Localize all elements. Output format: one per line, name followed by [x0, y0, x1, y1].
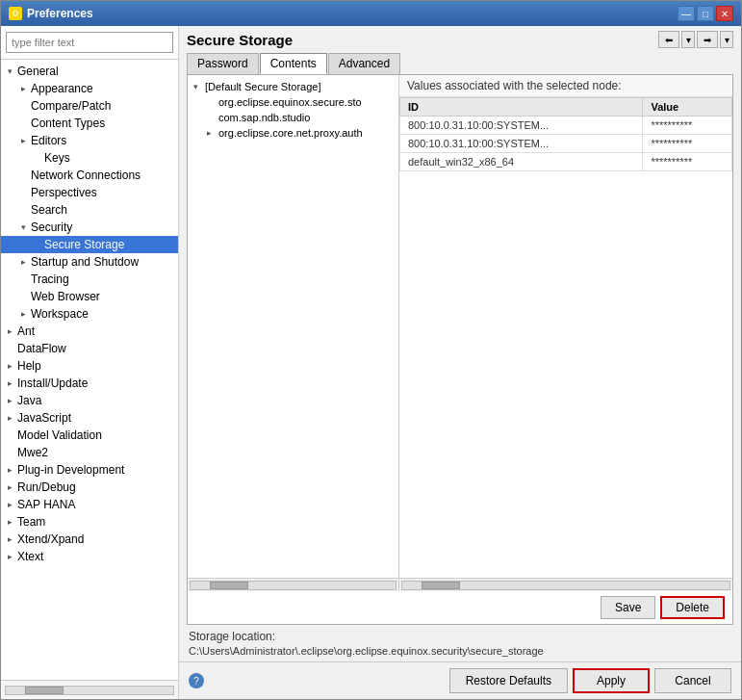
- sidebar-label-perspectives: Perspectives: [29, 186, 97, 199]
- tree-arrow-editors: [17, 136, 29, 145]
- sidebar-item-help[interactable]: Help: [1, 357, 178, 375]
- storage-item-default[interactable]: ▾[Default Secure Storage]: [190, 79, 397, 94]
- tree-arrow-workspace: [17, 309, 29, 319]
- cell-id-2: default_win32_x86_64: [400, 153, 643, 171]
- help-icon[interactable]: ?: [189, 673, 204, 688]
- sidebar-item-ant[interactable]: Ant: [1, 323, 178, 340]
- sidebar-item-run-debug[interactable]: Run/Debug: [1, 479, 178, 496]
- tree-arrow-xtend-xpand: [4, 534, 15, 544]
- delete-button[interactable]: Delete: [660, 596, 725, 619]
- table-row-0[interactable]: 800:10.0.31.10:00:SYSTEM...**********: [400, 117, 732, 135]
- tree-arrow-install-update: [4, 378, 15, 388]
- sidebar-item-general[interactable]: General: [1, 63, 178, 80]
- sidebar-item-mwe2[interactable]: Mwe2: [1, 444, 178, 461]
- sidebar-item-dataflow[interactable]: DataFlow: [1, 340, 178, 357]
- window-controls: — □ ✕: [678, 6, 733, 21]
- sidebar-item-appearance[interactable]: Appearance: [1, 80, 178, 97]
- sidebar-label-web-browser: Web Browser: [29, 290, 100, 303]
- storage-item-sap-ndb[interactable]: com.sap.ndb.studio: [190, 110, 397, 125]
- sidebar-item-web-browser[interactable]: Web Browser: [1, 288, 178, 305]
- sidebar-label-java: Java: [15, 394, 41, 407]
- sidebar-item-startup-shutdown[interactable]: Startup and Shutdow: [1, 253, 178, 271]
- sidebar-item-workspace[interactable]: Workspace: [1, 305, 178, 323]
- storage-scrollbar-thumb: [210, 582, 248, 589]
- back-button[interactable]: ⬅: [658, 31, 679, 48]
- app-icon: ⚙: [9, 7, 22, 20]
- stor-label-default: [Default Secure Storage]: [205, 81, 320, 92]
- sidebar-label-dataflow: DataFlow: [15, 342, 66, 355]
- values-h-scrollbar[interactable]: [401, 581, 730, 590]
- storage-tree-scrollbar: [188, 578, 398, 591]
- bottom-buttons: ? Restore Defaults Apply Cancel: [179, 661, 741, 699]
- sidebar-item-plugin-development[interactable]: Plug-in Development: [1, 461, 178, 479]
- sidebar-item-xtext[interactable]: Xtext: [1, 548, 178, 565]
- tree-arrow-security: [17, 222, 29, 232]
- sidebar-item-security[interactable]: Security: [1, 219, 178, 236]
- save-button[interactable]: Save: [601, 596, 655, 619]
- table-row-1[interactable]: 800:10.0.31.10:00:SYSTEM...**********: [400, 135, 732, 153]
- sidebar-item-network-connections[interactable]: Network Connections: [1, 167, 178, 184]
- table-row-2[interactable]: default_win32_x86_64**********: [400, 153, 732, 171]
- sidebar-horizontal-scrollbar[interactable]: [5, 686, 174, 695]
- sidebar-item-model-validation[interactable]: Model Validation: [1, 427, 178, 444]
- sidebar-item-content-types[interactable]: Content Types: [1, 115, 178, 132]
- cancel-button[interactable]: Cancel: [654, 668, 731, 693]
- sidebar-item-secure-storage[interactable]: Secure Storage: [1, 236, 178, 253]
- sidebar-item-sap-hana[interactable]: SAP HANA: [1, 496, 178, 513]
- sidebar-label-keys: Keys: [42, 151, 70, 165]
- stor-label-equinox-sto: org.eclipse.equinox.secure.sto: [218, 96, 362, 108]
- tab-password[interactable]: Password: [187, 53, 259, 74]
- sidebar-item-perspectives[interactable]: Perspectives: [1, 184, 178, 201]
- sidebar-label-startup-shutdown: Startup and Shutdow: [29, 255, 139, 269]
- cell-value-0: **********: [643, 117, 732, 135]
- tab-advanced[interactable]: Advanced: [328, 53, 400, 74]
- tree-arrow-xtext: [4, 552, 15, 561]
- sidebar-item-editors[interactable]: Editors: [1, 132, 178, 149]
- col-header-id: ID: [400, 98, 643, 117]
- storage-tree-pane: ▾[Default Secure Storage] org.eclipse.eq…: [188, 75, 399, 591]
- sidebar-item-java[interactable]: Java: [1, 392, 178, 409]
- sidebar-label-workspace: Workspace: [29, 307, 89, 321]
- tree-arrow-java: [4, 396, 15, 405]
- sidebar-item-team[interactable]: Team: [1, 513, 178, 531]
- minimize-button[interactable]: —: [678, 6, 695, 21]
- forward-button[interactable]: ➡: [697, 31, 718, 48]
- sidebar-label-appearance: Appearance: [29, 82, 93, 95]
- tree-arrow-ant: [4, 326, 15, 336]
- close-button[interactable]: ✕: [716, 6, 733, 21]
- main-header: Secure Storage ⬅ ▾ ➡ ▾: [179, 26, 741, 48]
- sidebar-item-search[interactable]: Search: [1, 201, 178, 219]
- tree-arrow-appearance: [17, 84, 29, 93]
- storage-item-equinox-sto[interactable]: org.eclipse.equinox.secure.sto: [190, 94, 397, 110]
- sidebar-label-network-connections: Network Connections: [29, 169, 141, 182]
- stor-arrow-core-proxy: ▸: [207, 128, 218, 138]
- sidebar-item-keys[interactable]: Keys: [1, 149, 178, 167]
- storage-item-core-proxy[interactable]: ▸org.eclipse.core.net.proxy.auth: [190, 125, 397, 141]
- sidebar-item-tracing[interactable]: Tracing: [1, 271, 178, 288]
- sidebar-label-tracing: Tracing: [29, 272, 69, 286]
- sidebar-item-install-update[interactable]: Install/Update: [1, 375, 178, 392]
- tree-arrow-sap-hana: [4, 500, 15, 509]
- tab-contents[interactable]: Contents: [260, 53, 327, 74]
- tree-arrow-general: [4, 66, 15, 76]
- tabs-row: PasswordContentsAdvanced: [179, 48, 741, 74]
- sidebar-scrollbar-thumb: [25, 687, 64, 694]
- values-pane: Values associated with the selected node…: [399, 75, 732, 591]
- sidebar-item-javascript[interactable]: JavaScript: [1, 409, 178, 427]
- storage-h-scrollbar[interactable]: [190, 581, 397, 590]
- content-area: GeneralAppearanceCompare/PatchContent Ty…: [1, 26, 741, 699]
- filter-input[interactable]: [6, 32, 173, 53]
- maximize-button[interactable]: □: [697, 6, 714, 21]
- sidebar-label-model-validation: Model Validation: [15, 428, 102, 442]
- title-bar: ⚙ Preferences — □ ✕: [1, 1, 741, 26]
- back-dropdown-button[interactable]: ▾: [681, 31, 695, 48]
- panel-body: ▾[Default Secure Storage] org.eclipse.eq…: [187, 74, 733, 625]
- forward-dropdown-button[interactable]: ▾: [720, 31, 733, 48]
- restore-defaults-button[interactable]: Restore Defaults: [449, 668, 568, 693]
- sidebar-item-xtend-xpand[interactable]: Xtend/Xpand: [1, 531, 178, 548]
- sidebar-item-compare-patch[interactable]: Compare/Patch: [1, 97, 178, 115]
- tree-arrow-run-debug: [4, 482, 15, 492]
- preferences-window: ⚙ Preferences — □ ✕ GeneralAppearanceCom…: [0, 0, 742, 700]
- apply-button[interactable]: Apply: [573, 668, 650, 693]
- sidebar-label-install-update: Install/Update: [15, 376, 88, 390]
